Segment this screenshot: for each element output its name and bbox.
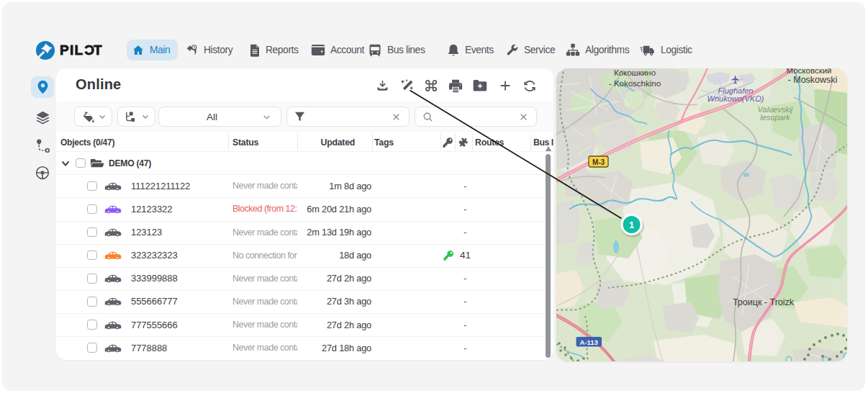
svg-text:A-113: A-113 xyxy=(580,338,598,346)
svg-text:Московский: Московский xyxy=(786,68,831,75)
svg-text:M-3: M-3 xyxy=(592,158,605,166)
svg-text:Wnukowo(VKO): Wnukowo(VKO) xyxy=(707,94,764,103)
svg-text:- Moskowski: - Moskowski xyxy=(788,75,838,85)
svg-text:1: 1 xyxy=(629,220,634,230)
svg-text:lesopark: lesopark xyxy=(760,113,790,122)
svg-text:- Kokoschkino: - Kokoschkino xyxy=(609,79,661,88)
svg-text:Кокошкино: Кокошкино xyxy=(614,68,656,77)
svg-text:Троицк - Troizk: Троицк - Troizk xyxy=(733,297,795,307)
